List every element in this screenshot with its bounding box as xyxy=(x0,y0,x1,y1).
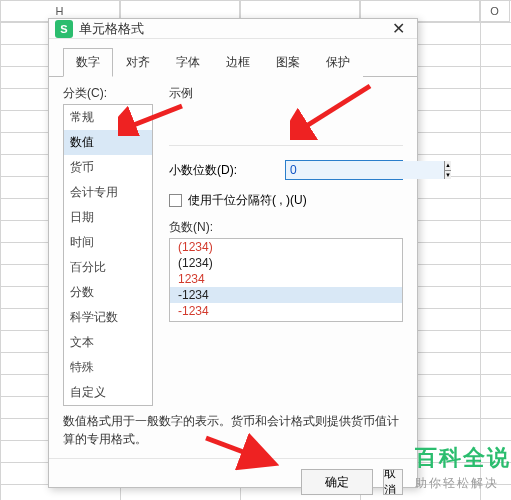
example-label: 示例 xyxy=(169,85,403,102)
tab-图案[interactable]: 图案 xyxy=(263,48,313,77)
negative-format-item[interactable]: (1234) xyxy=(170,239,402,255)
category-item[interactable]: 文本 xyxy=(64,330,152,355)
negatives-list[interactable]: (1234)(1234)1234-1234-1234 xyxy=(169,238,403,322)
category-item[interactable]: 会计专用 xyxy=(64,180,152,205)
negatives-label: 负数(N): xyxy=(169,219,403,236)
decimal-places-spinner[interactable]: ▲ ▼ xyxy=(285,160,403,180)
close-button[interactable]: ✕ xyxy=(386,19,411,38)
watermark-title: 百科全说 xyxy=(415,443,511,473)
category-item[interactable]: 百分比 xyxy=(64,255,152,280)
tab-strip: 数字对齐字体边框图案保护 xyxy=(49,39,417,77)
cell-format-dialog: S 单元格格式 ✕ 数字对齐字体边框图案保护 分类(C): 常规数值货币会计专用… xyxy=(48,18,418,488)
tab-对齐[interactable]: 对齐 xyxy=(113,48,163,77)
negative-format-item[interactable]: -1234 xyxy=(170,303,402,319)
dialog-titlebar[interactable]: S 单元格格式 ✕ xyxy=(49,19,417,39)
negative-format-item[interactable]: -1234 xyxy=(170,287,402,303)
ok-button[interactable]: 确定 xyxy=(301,469,373,495)
decimal-places-label: 小数位数(D): xyxy=(169,162,237,179)
category-list[interactable]: 常规数值货币会计专用日期时间百分比分数科学记数文本特殊自定义 xyxy=(63,104,153,406)
dialog-footer: 确定 取消 xyxy=(49,458,417,500)
thousands-label: 使用千位分隔符( , )(U) xyxy=(188,192,307,209)
thousands-checkbox[interactable] xyxy=(169,194,182,207)
category-item[interactable]: 时间 xyxy=(64,230,152,255)
app-icon: S xyxy=(55,20,73,38)
tab-数字[interactable]: 数字 xyxy=(63,48,113,77)
cancel-button[interactable]: 取消 xyxy=(383,469,403,495)
format-hint: 数值格式用于一般数字的表示。货币和会计格式则提供货币值计算的专用格式。 xyxy=(63,406,403,448)
category-item[interactable]: 科学记数 xyxy=(64,305,152,330)
negative-format-item[interactable]: 1234 xyxy=(170,271,402,287)
example-box xyxy=(169,104,403,146)
category-item[interactable]: 货币 xyxy=(64,155,152,180)
category-item[interactable]: 日期 xyxy=(64,205,152,230)
category-item[interactable]: 分数 xyxy=(64,280,152,305)
dialog-title: 单元格格式 xyxy=(79,20,386,38)
thousands-separator-row[interactable]: 使用千位分隔符( , )(U) xyxy=(169,192,403,209)
watermark: 百科全说 助你轻松解决 xyxy=(415,443,511,492)
col-head-o: O xyxy=(480,0,510,22)
watermark-subtitle: 助你轻松解决 xyxy=(415,475,511,492)
negative-format-item[interactable]: (1234) xyxy=(170,255,402,271)
tab-保护[interactable]: 保护 xyxy=(313,48,363,77)
category-label: 分类(C): xyxy=(63,85,153,102)
category-item[interactable]: 自定义 xyxy=(64,380,152,405)
spin-up-icon[interactable]: ▲ xyxy=(445,161,451,171)
decimal-places-input[interactable] xyxy=(286,161,444,179)
category-item[interactable]: 常规 xyxy=(64,105,152,130)
category-item[interactable]: 数值 xyxy=(64,130,152,155)
tab-字体[interactable]: 字体 xyxy=(163,48,213,77)
tab-边框[interactable]: 边框 xyxy=(213,48,263,77)
dialog-body: 分类(C): 常规数值货币会计专用日期时间百分比分数科学记数文本特殊自定义 示例… xyxy=(49,77,417,458)
spin-down-icon[interactable]: ▼ xyxy=(445,171,451,180)
category-item[interactable]: 特殊 xyxy=(64,355,152,380)
